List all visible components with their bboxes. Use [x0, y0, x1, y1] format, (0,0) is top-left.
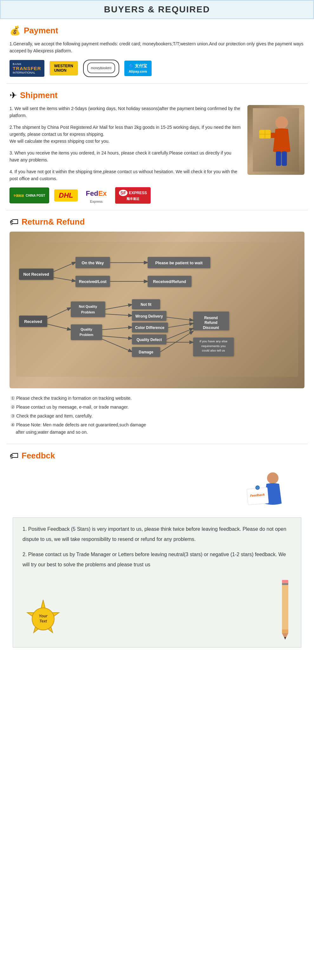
- feedback-card-container: Feedback: [244, 469, 295, 511]
- fedex-logo-text: FedEx: [83, 188, 110, 200]
- fedex-ex: Ex: [98, 189, 107, 197]
- bank-line3: INTERNATIONAL: [13, 71, 41, 74]
- note-4: ④ Please Note: Men made defects are not …: [10, 421, 304, 436]
- dhl-text: DHL: [59, 191, 73, 199]
- feedback-para2: 2. Please contact us by Trade Manager or…: [22, 549, 292, 570]
- payment-logos-row: BANK TRANSFER INTERNATIONAL WESTERN UNIO…: [10, 60, 304, 77]
- svg-text:Your: Your: [39, 614, 48, 618]
- bank-line2: TRANSFER: [13, 66, 41, 71]
- shipment-heading: Shipment: [20, 91, 57, 100]
- wu-text2: UNION: [54, 68, 67, 73]
- bank-transfer-logo: BANK TRANSFER INTERNATIONAL: [10, 60, 44, 77]
- china-post-text: CHINA POST: [26, 194, 45, 197]
- svg-text:Damage: Damage: [139, 350, 154, 355]
- china-post-svg: 中国邮政: [14, 190, 24, 200]
- svg-text:Received/Lost: Received/Lost: [79, 279, 107, 284]
- svg-text:could also tell us: could also tell us: [202, 349, 225, 352]
- svg-rect-11: [282, 151, 287, 165]
- svg-text:requirements you: requirements you: [201, 344, 225, 348]
- moneybookers-svg: moneybookers: [87, 62, 116, 73]
- feedback-para1: 1. Positive Feedback (5 Stars) is very i…: [22, 524, 292, 544]
- svg-text:Problem: Problem: [81, 310, 95, 314]
- feedback-top-row: Feedback: [10, 465, 304, 511]
- svg-text:Not Received: Not Received: [24, 272, 49, 277]
- svg-text:中国邮政: 中国邮政: [14, 194, 24, 197]
- svg-point-68: [255, 486, 259, 490]
- shipment-image-col: [241, 105, 304, 204]
- svg-text:Text: Text: [39, 619, 47, 624]
- svg-rect-10: [276, 151, 281, 165]
- svg-text:Quality Defect: Quality Defect: [136, 337, 162, 342]
- svg-text:Not Quality: Not Quality: [79, 305, 97, 309]
- feedback-title-row: 🏷 Feedbck: [10, 450, 304, 461]
- feedback-person-area: Feedback: [244, 469, 295, 511]
- svg-text:Color Difference: Color Difference: [135, 326, 165, 330]
- shipment-icon: ✈: [10, 90, 17, 100]
- sf-express-logo: SF EXPRESS 顺丰速运: [115, 187, 151, 204]
- payment-title-row: 💰 Payment: [10, 25, 304, 36]
- flowchart-area: Not Received On the Way Please be patien…: [10, 232, 304, 388]
- svg-text:On the Way: On the Way: [81, 261, 104, 265]
- svg-marker-76: [284, 637, 286, 640]
- svg-text:Received: Received: [24, 319, 42, 324]
- pencil-svg: [279, 576, 292, 640]
- return-refund-section: 🏷 Return& Refund Not Rece: [0, 210, 314, 444]
- alipay-url: Alipay.com: [129, 70, 147, 73]
- person-svg: [251, 108, 301, 172]
- fedex-logo: FedEx Express: [83, 188, 110, 204]
- shipment-text-col: 1. We will sent the items within 2-5days…: [10, 105, 241, 204]
- svg-rect-40: [71, 325, 102, 340]
- shipment-para2: 2.The shipment by China Post Registered …: [10, 124, 241, 145]
- svg-text:Problem: Problem: [79, 333, 93, 337]
- fedex-sub: Express: [83, 200, 110, 204]
- shipment-title-row: ✈ Shipment: [10, 90, 304, 100]
- svg-text:Quality: Quality: [81, 328, 92, 331]
- wu-text: WESTERN: [54, 64, 73, 68]
- shipment-section: ✈ Shipment 1. We will sent the items wit…: [0, 84, 314, 210]
- return-icon: 🏷: [10, 217, 18, 227]
- shipment-para3: 3. When you receive the items you ordere…: [10, 150, 241, 164]
- svg-text:Discount: Discount: [203, 326, 219, 330]
- svg-point-65: [267, 473, 279, 484]
- shipment-para1: 1. We will sent the items within 2-5days…: [10, 105, 241, 119]
- feedback-icon: 🏷: [10, 450, 18, 461]
- svg-rect-78: [282, 580, 288, 583]
- feedback-person-svg: Feedback: [244, 469, 295, 510]
- sf-chinese: 顺丰速运: [127, 197, 139, 201]
- svg-rect-73: [282, 582, 288, 633]
- feedback-outer: 🏷 Feedbck Feedback: [0, 444, 314, 654]
- note-2: ② Please contact us by meesage, e-mail, …: [10, 404, 304, 411]
- shipping-logos-row: 中国邮政 CHINA POST DHL FedEx Express: [10, 187, 241, 204]
- svg-rect-30: [71, 302, 105, 317]
- moneybookers-logo: moneybookers: [83, 60, 119, 77]
- sf-icon: SF: [119, 190, 128, 196]
- pencil-decoration: [279, 576, 292, 641]
- svg-rect-77: [282, 630, 288, 633]
- your-text-badge-container: Your Text: [22, 598, 64, 641]
- alipay-text: 支付宝: [135, 64, 147, 68]
- feedback-heading: Feedbck: [22, 451, 55, 461]
- svg-text:moneybookers: moneybookers: [91, 66, 112, 70]
- shipment-person-image: [247, 105, 304, 175]
- svg-text:If you have any else: If you have any else: [200, 339, 227, 343]
- svg-text:Received/Refund: Received/Refund: [153, 279, 186, 284]
- refund-notes: ① Please check the tracking in formation…: [10, 395, 304, 436]
- svg-text:Please be patient to wait: Please be patient to wait: [155, 261, 203, 265]
- note-1: ① Please check the tracking in formation…: [10, 395, 304, 402]
- alipay-logo: 🔷 支付宝 Alipay.com: [124, 60, 152, 76]
- dhl-logo: DHL: [54, 189, 78, 202]
- svg-text:Resend: Resend: [204, 316, 218, 320]
- feedback-body-section: 1. Positive Feedback (5 Stars) is very i…: [13, 517, 301, 648]
- return-title-row: 🏷 Return& Refund: [10, 217, 304, 227]
- return-heading: Return& Refund: [22, 217, 85, 227]
- china-post-line1: CHINA POST: [26, 194, 45, 197]
- gold-badge-svg: Your Text: [22, 598, 64, 640]
- payment-description: 1.Generally, we accept the following pay…: [10, 40, 304, 54]
- svg-point-5: [275, 116, 288, 129]
- flowchart-svg: Not Received On the Way Please be patien…: [16, 241, 298, 377]
- svg-text:Refund: Refund: [205, 321, 217, 325]
- shipment-para4: 4. If you have not got it within the shi…: [10, 168, 241, 183]
- shipment-content: 1. We will sent the items within 2-5days…: [10, 105, 304, 204]
- svg-text:Not fit: Not fit: [141, 302, 151, 307]
- page-title: BUYERS & REQUIRED: [1, 5, 313, 14]
